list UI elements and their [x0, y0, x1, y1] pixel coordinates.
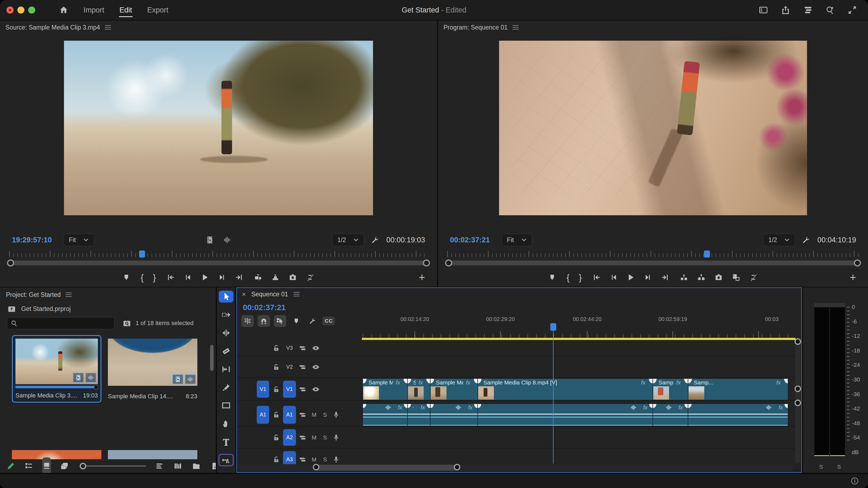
timeline-video-clip[interactable]: Sample M...fx — [653, 379, 688, 400]
snap-toggle[interactable] — [257, 315, 270, 327]
close-window-button[interactable] — [6, 6, 13, 13]
lock-icon[interactable] — [273, 456, 280, 463]
add-marker-icon[interactable] — [290, 315, 303, 327]
track-target-v1[interactable]: V1 — [283, 380, 296, 398]
sort-icons-icon[interactable] — [155, 462, 164, 470]
play-icon[interactable] — [627, 273, 635, 281]
panel-menu-icon[interactable] — [293, 292, 300, 296]
insert-icon[interactable] — [254, 273, 262, 281]
solo-button[interactable]: S — [323, 456, 327, 463]
source-zoom-select[interactable]: Fit — [64, 234, 94, 246]
program-scrub-ruler[interactable] — [447, 248, 859, 258]
lock-icon[interactable] — [273, 411, 280, 418]
timeline-video-clip[interactable]: S...fx — [407, 379, 430, 400]
source-patch-a1[interactable]: A1 — [257, 406, 269, 424]
lock-icon[interactable] — [273, 344, 280, 352]
voiceover-mic-icon[interactable] — [332, 411, 340, 419]
comparison-view-icon[interactable] — [732, 273, 740, 281]
go-to-in-icon[interactable] — [167, 273, 175, 281]
drag-video-only-icon[interactable] — [206, 236, 214, 244]
lift-icon[interactable] — [680, 273, 688, 281]
source-settings-wrench-icon[interactable] — [371, 236, 379, 244]
program-timecode[interactable]: 00:02:37:21 — [450, 236, 490, 244]
project-file-name[interactable]: Get Started.prproj — [21, 305, 71, 313]
timeline-video-clip[interactable]: Sample Media Clip ...fx — [430, 379, 478, 400]
play-icon[interactable] — [201, 273, 209, 281]
track-select-icon[interactable] — [299, 344, 306, 352]
timeline-audio-clip[interactable]: fx — [688, 404, 788, 426]
extract-icon[interactable] — [697, 273, 705, 281]
zoom-window-button[interactable] — [28, 6, 35, 13]
quick-help-search-icon[interactable] — [825, 5, 835, 15]
go-to-out-icon[interactable] — [235, 273, 243, 281]
text-based-editing-tool[interactable] — [219, 454, 234, 466]
add-marker-icon[interactable] — [549, 274, 556, 281]
timeline-audio-clip[interactable]: fx — [407, 404, 430, 426]
meter-solo-left[interactable]: S — [819, 464, 823, 470]
solo-button[interactable]: S — [323, 434, 327, 441]
freeform-view-icon[interactable] — [60, 462, 69, 470]
selection-tool[interactable] — [219, 291, 234, 303]
source-zoom-scrollbar[interactable] — [8, 258, 429, 268]
close-sequence-icon[interactable]: × — [242, 290, 246, 299]
button-editor-plus[interactable]: + — [419, 272, 425, 283]
razor-tool[interactable] — [219, 345, 234, 357]
project-search-input[interactable] — [7, 317, 114, 329]
step-back-icon[interactable] — [610, 274, 618, 281]
list-view-icon[interactable] — [24, 462, 33, 470]
source-playhead[interactable] — [139, 250, 145, 257]
a1-lane[interactable]: fx fx fx fx — [362, 403, 796, 426]
timeline-timecode[interactable]: 00:02:37:21 — [243, 303, 286, 312]
meter-solo-right[interactable]: S — [837, 464, 841, 470]
source-scrub-ruler[interactable] — [9, 248, 428, 258]
track-output-eye-icon[interactable] — [312, 344, 320, 352]
mark-out-button[interactable]: } — [579, 273, 582, 282]
go-to-in-icon[interactable] — [593, 273, 601, 281]
media-thumbnail[interactable] — [16, 339, 98, 384]
voiceover-mic-icon[interactable] — [332, 434, 340, 441]
panel-menu-icon[interactable] — [513, 25, 519, 30]
track-target-a2[interactable]: A2 — [283, 429, 296, 446]
lock-icon[interactable] — [273, 364, 280, 371]
ripple-edit-tool[interactable] — [219, 327, 234, 339]
tab-import[interactable]: Import — [79, 2, 109, 18]
step-forward-icon[interactable] — [644, 274, 652, 281]
workspace-panel-icon[interactable] — [758, 5, 768, 15]
new-bin-icon[interactable] — [192, 462, 200, 470]
timeline-video-clip[interactable]: Samp...fx — [688, 379, 788, 400]
source-patch-v1[interactable]: V1 — [257, 380, 269, 398]
automate-to-sequence-icon[interactable] — [174, 462, 182, 470]
track-target-a1[interactable]: A1 — [283, 406, 296, 424]
overwrite-icon[interactable] — [271, 273, 279, 281]
lock-icon[interactable] — [273, 434, 280, 441]
media-item[interactable]: Sample Media Clip 14.... 8:23 — [108, 339, 197, 400]
timeline-vertical-scrollbar[interactable] — [795, 338, 800, 463]
mark-out-button[interactable]: } — [153, 273, 156, 282]
tab-edit[interactable]: Edit — [115, 2, 136, 18]
mark-in-button[interactable]: { — [141, 273, 144, 282]
timeline-audio-clip[interactable]: fx — [653, 404, 688, 426]
type-tool[interactable] — [219, 436, 234, 448]
voiceover-mic-icon[interactable] — [332, 456, 340, 463]
v1-lane[interactable]: Sample Media Cl...fx S...fx Sample Media… — [362, 378, 796, 400]
track-output-eye-icon[interactable] — [312, 363, 320, 371]
go-to-out-icon[interactable] — [661, 273, 669, 281]
slip-tool[interactable] — [219, 363, 234, 375]
workspaces-icon[interactable] — [803, 5, 813, 15]
timeline-audio-clip[interactable]: fx — [430, 404, 478, 426]
mark-in-button[interactable]: { — [566, 273, 569, 282]
track-select-icon[interactable] — [299, 386, 306, 393]
rectangle-tool[interactable] — [219, 400, 234, 411]
track-target-v2[interactable]: V2 — [283, 359, 296, 375]
track-target-v3[interactable]: V3 — [283, 342, 296, 354]
mute-button[interactable]: M — [312, 411, 317, 418]
tab-export[interactable]: Export — [143, 2, 173, 18]
program-resolution-select[interactable]: 1/2 — [763, 234, 795, 246]
sequence-tab-label[interactable]: Sequence 01 — [251, 291, 288, 298]
timeline-audio-clip[interactable]: fx — [478, 404, 653, 426]
panel-menu-icon[interactable] — [105, 25, 111, 30]
minimize-window-button[interactable] — [17, 6, 24, 13]
timeline-settings-wrench-icon[interactable] — [306, 315, 319, 327]
media-thumbnail[interactable] — [108, 339, 197, 386]
step-back-icon[interactable] — [184, 274, 192, 281]
